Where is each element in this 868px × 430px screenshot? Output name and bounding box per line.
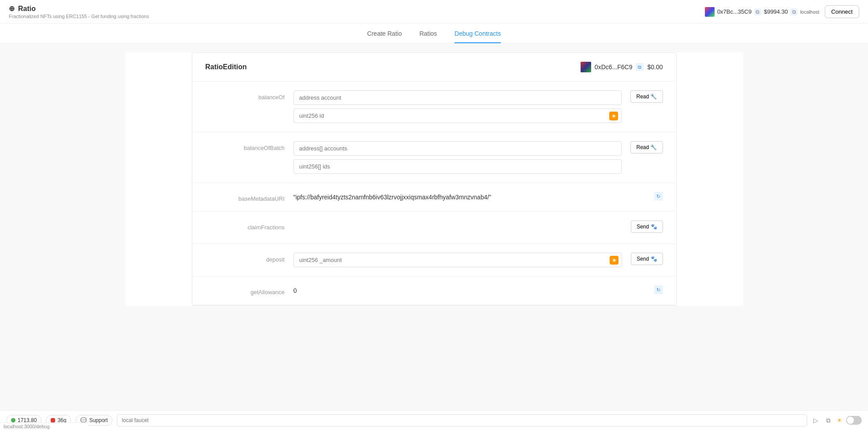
input-uint256-ids[interactable] xyxy=(294,159,622,174)
function-row-claimfractions: claimFractions Send 🐾 xyxy=(192,212,676,244)
input-address-account[interactable] xyxy=(294,90,622,105)
function-name-balanceofbatch: balanceOfBatch xyxy=(205,141,285,151)
function-actions-balanceof: Read 🔧 xyxy=(630,90,663,105)
contract-copy-icon[interactable]: ⧉ xyxy=(636,63,644,71)
wallet-address: 0x7Bc...35C9 xyxy=(717,8,752,15)
tab-ratios[interactable]: Ratios xyxy=(419,30,437,43)
function-name-deposit: deposit xyxy=(205,253,285,263)
function-row-balanceof: balanceOf ★ Read 🔧 xyxy=(192,82,676,132)
contract-avatar xyxy=(581,62,591,72)
function-inputs-balanceofbatch xyxy=(294,141,622,174)
star-icon-deposit: ★ xyxy=(610,256,618,265)
contract-header: RatioEdition 0xDc6...F6C9 ⧉ $0.00 xyxy=(192,53,676,82)
function-name-basemetadatauri: baseMetadataURI xyxy=(205,192,285,202)
function-actions-balanceofbatch: Read 🔧 xyxy=(630,141,663,155)
input-uint256-amount[interactable] xyxy=(294,253,622,267)
function-value-getallowance: 0 xyxy=(294,285,645,294)
contract-title: RatioEdition xyxy=(205,63,247,71)
star-icon-balanceof: ★ xyxy=(609,112,618,120)
tab-create-ratio[interactable]: Create Ratio xyxy=(367,30,402,43)
wallet-amount-copy-icon[interactable]: ⧉ xyxy=(790,8,797,15)
function-actions-claimfractions: Send 🐾 xyxy=(631,221,663,235)
wallet-copy-icon[interactable]: ⧉ xyxy=(754,8,761,15)
input-address-accounts[interactable] xyxy=(294,141,622,156)
read-button-balanceof[interactable]: Read 🔧 xyxy=(630,90,663,103)
input-wrapper-uint256-ids xyxy=(294,159,622,174)
tab-debug-contracts[interactable]: Debug Contracts xyxy=(454,30,501,43)
function-inputs-balanceof: ★ xyxy=(294,90,622,123)
input-wrapper-uint256-id: ★ xyxy=(294,108,622,123)
wallet-info: 0x7Bc...35C9 ⧉ $9994.30 ⧉ localhost xyxy=(705,7,820,17)
function-actions-basemetadatauri: ↻ xyxy=(654,192,663,202)
function-name-balanceof: balanceOf xyxy=(205,90,285,101)
function-row-getallowance: getAllowance 0 ↻ xyxy=(192,277,676,305)
header-left: ⊕ Ratio Fractionalized NFTs using ERC115… xyxy=(9,4,149,19)
function-row-deposit: deposit ★ Send 🐾 xyxy=(192,244,676,277)
wallet-amount: $9994.30 xyxy=(764,8,788,15)
read-button-balanceofbatch[interactable]: Read 🔧 xyxy=(630,141,663,153)
wallet-network: localhost xyxy=(800,9,819,15)
function-row-basemetadatauri: baseMetadataURI "ipfs://bafyreid4tyzts2n… xyxy=(192,183,676,212)
refresh-icon-basemetadatauri[interactable]: ↻ xyxy=(654,192,663,201)
nav-tabs: Create Ratio Ratios Debug Contracts xyxy=(0,24,868,44)
header-right: 0x7Bc...35C9 ⧉ $9994.30 ⧉ localhost Conn… xyxy=(705,5,859,18)
contract-balance: $0.00 xyxy=(647,64,663,71)
ratio-icon: ⊕ xyxy=(9,4,15,13)
contract-section: RatioEdition 0xDc6...F6C9 ⧉ $0.00 balanc… xyxy=(192,52,677,306)
send-button-deposit[interactable]: Send 🐾 xyxy=(631,253,663,265)
refresh-icon-getallowance[interactable]: ↻ xyxy=(654,285,663,294)
contract-address: 0xDc6...F6C9 xyxy=(595,64,633,71)
input-wrapper-address-account xyxy=(294,90,622,105)
input-uint256-id[interactable] xyxy=(294,108,622,123)
function-name-claimfractions: claimFractions xyxy=(205,221,285,231)
main-content: RatioEdition 0xDc6...F6C9 ⧉ $0.00 balanc… xyxy=(126,52,743,306)
function-inputs-deposit: ★ xyxy=(294,253,622,267)
app-logo: ⊕ Ratio xyxy=(9,4,149,13)
input-wrapper-address-accounts xyxy=(294,141,622,156)
send-button-claimfractions[interactable]: Send 🐾 xyxy=(631,221,663,233)
function-actions-deposit: Send 🐾 xyxy=(631,253,663,267)
function-name-getallowance: getAllowance xyxy=(205,285,285,295)
app-header: ⊕ Ratio Fractionalized NFTs using ERC115… xyxy=(0,0,868,24)
function-row-balanceofbatch: balanceOfBatch Read 🔧 xyxy=(192,132,676,183)
function-actions-getallowance: ↻ xyxy=(654,285,663,296)
input-wrapper-uint256-amount: ★ xyxy=(294,253,622,267)
function-value-basemetadatauri: "ipfs://bafyreid4tyzts2namfnb6iv63lzrvoj… xyxy=(294,192,645,201)
connect-button[interactable]: Connect xyxy=(825,5,859,18)
app-title: Ratio xyxy=(18,5,36,13)
contract-address-info: 0xDc6...F6C9 ⧉ $0.00 xyxy=(581,62,663,72)
app-subtitle: Fractionalized NFTs using ERC1155 - Get … xyxy=(9,14,149,19)
wallet-avatar xyxy=(705,7,715,17)
